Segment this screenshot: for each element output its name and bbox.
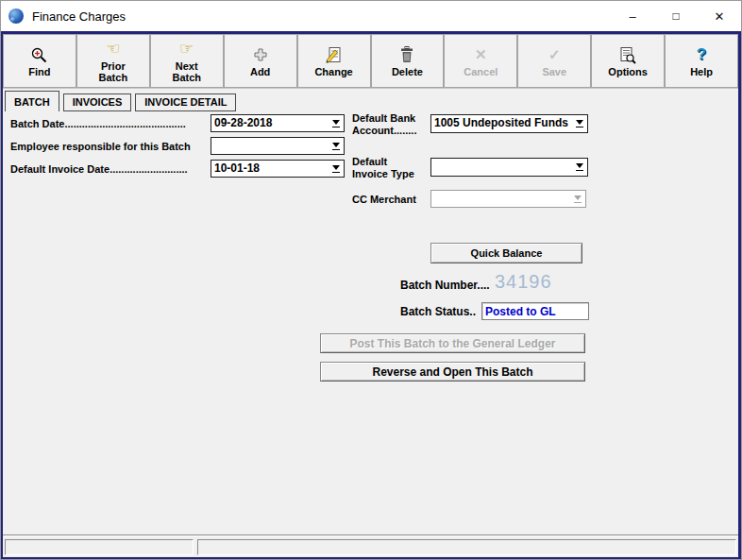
window-controls: – □ ✕ — [611, 1, 741, 31]
cc-merchant-label: CC Merchant — [352, 194, 430, 206]
default-invoice-date-label: Default Invoice Date....................… — [10, 163, 210, 176]
save-button: ✓ Save — [517, 34, 591, 88]
next-batch-button[interactable]: ☞ Next Batch — [150, 34, 224, 88]
cancel-button: ✕ Cancel — [444, 34, 517, 88]
dropdown-arrow-icon[interactable] — [329, 138, 344, 154]
employee-label: Employee responsible for this Batch — [10, 141, 210, 153]
batch-number-value: 34196 — [495, 271, 552, 293]
tab-strip: BATCH INVOICES INVOICE DETAIL — [5, 91, 240, 111]
minimize-button[interactable]: – — [611, 1, 654, 31]
batch-status-field: Posted to GL — [481, 302, 589, 320]
batch-number-label: Batch Number.... — [400, 280, 495, 292]
tab-batch[interactable]: BATCH — [5, 91, 59, 111]
close-button[interactable]: ✕ — [698, 1, 741, 31]
dropdown-arrow-icon[interactable] — [329, 115, 344, 131]
status-panel-left — [5, 539, 194, 555]
help-button[interactable]: ? Help — [665, 34, 738, 88]
post-batch-button: Post This Batch to the General Ledger — [320, 333, 585, 353]
dropdown-arrow-icon[interactable] — [572, 115, 587, 132]
add-button[interactable]: Add — [224, 34, 297, 88]
cc-merchant-combobox — [430, 190, 586, 208]
batch-tab-page: BATCH INVOICES INVOICE DETAIL Batch Date… — [3, 89, 738, 535]
reverse-open-batch-button[interactable]: Reverse and Open This Batch — [320, 362, 585, 382]
maximize-button[interactable]: □ — [654, 1, 698, 31]
plus-icon — [254, 44, 267, 65]
default-invoice-type-label: Default Invoice Type — [352, 156, 430, 180]
delete-button[interactable]: Delete — [371, 34, 445, 88]
status-bar — [3, 538, 738, 557]
question-mark-icon: ? — [697, 44, 706, 65]
search-icon — [30, 44, 48, 65]
quick-balance-button[interactable]: Quick Balance — [430, 243, 582, 263]
toolbar: Find ☜ Prior Batch ☞ Next Batch Add — [3, 34, 738, 89]
title-bar: Finance Charges – □ ✕ — [1, 1, 741, 31]
trash-icon — [399, 44, 414, 65]
edit-document-icon — [326, 44, 343, 65]
window-title: Finance Charges — [32, 9, 126, 24]
app-icon — [8, 8, 24, 24]
default-bank-account-label: Default Bank Account........ — [352, 112, 430, 137]
batch-status-label: Batch Status.. — [400, 306, 483, 318]
options-button[interactable]: Options — [591, 34, 665, 88]
window-frame: Find ☜ Prior Batch ☞ Next Batch Add — [1, 31, 741, 559]
prior-batch-button[interactable]: ☜ Prior Batch — [76, 34, 150, 88]
default-bank-account-combobox[interactable]: 1005 Undeposited Funds — [430, 114, 588, 133]
batch-date-label: Batch Date..............................… — [10, 118, 210, 130]
hand-pointing-left-icon: ☜ — [106, 39, 120, 59]
tab-invoice-detail[interactable]: INVOICE DETAIL — [135, 93, 236, 111]
checkmark-icon: ✓ — [548, 44, 561, 65]
dropdown-arrow-icon — [570, 191, 585, 207]
list-magnifier-icon — [619, 44, 636, 65]
change-button[interactable]: Change — [297, 34, 371, 88]
batch-date-combobox[interactable]: 09-28-2018 — [211, 114, 345, 132]
hand-pointing-right-icon: ☞ — [179, 39, 194, 59]
employee-combobox[interactable] — [211, 137, 345, 155]
default-invoice-type-combobox[interactable] — [430, 158, 588, 177]
x-icon: ✕ — [475, 44, 487, 65]
status-panel-right — [197, 539, 736, 555]
dropdown-arrow-icon[interactable] — [572, 159, 587, 176]
tab-invoices[interactable]: INVOICES — [63, 93, 132, 111]
find-button[interactable]: Find — [3, 34, 76, 88]
finance-charges-window: Finance Charges – □ ✕ Find — [0, 0, 742, 560]
default-invoice-date-combobox[interactable]: 10-01-18 — [211, 160, 345, 178]
dropdown-arrow-icon[interactable] — [329, 161, 344, 177]
batch-status-value: Posted to GL — [482, 305, 559, 318]
